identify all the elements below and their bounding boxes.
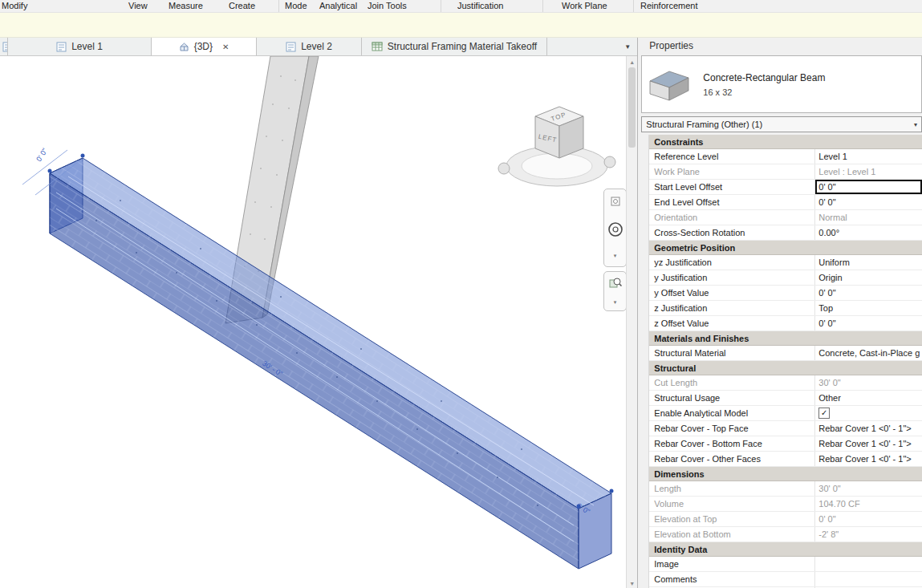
tab-list-dropdown-icon[interactable]: ▼ [621, 38, 634, 55]
property-grid: Constraints Reference Level Level 1 Work… [648, 135, 922, 588]
drawing-area[interactable]: 0' 0" 30' - 0" 0' 0" TOP LE [0, 56, 637, 588]
start-offset-edit-field[interactable]: 0' 0" [815, 180, 922, 194]
tab-label: {3D} [194, 41, 213, 52]
ribbon-panel-join-tools[interactable]: Join Tools [368, 1, 407, 10]
ribbon-bar: Modify View Measure Create Mode Analytic… [0, 0, 922, 13]
type-name: Concrete-Rectangular Beam [703, 72, 825, 83]
zoom-region-icon[interactable] [609, 277, 622, 290]
group-header-dimensions[interactable]: Dimensions [649, 467, 922, 481]
ribbon-panel-reinforcement[interactable]: Reinforcement [640, 1, 698, 10]
scroll-down-icon[interactable]: ▼ [627, 578, 637, 588]
viewcube[interactable]: TOP LEFT [498, 107, 615, 186]
schedule-table-icon [372, 42, 383, 51]
zoom-dropdown-icon[interactable]: ▾ [614, 299, 617, 306]
property-row: z Offset Value 0' 0" [649, 316, 922, 331]
property-row: Orientation Normal [649, 210, 922, 225]
ribbon-separator [278, 0, 279, 12]
ribbon-panel-work-plane[interactable]: Work Plane [562, 1, 607, 10]
property-row: Start Level Offset 0' 0" [649, 180, 922, 195]
property-row: Elevation at Top 0' 0" [649, 512, 922, 527]
tab-label: Level 1 [71, 41, 103, 52]
property-row: Enable Analytical Model ✓ [649, 406, 922, 421]
ribbon-panel-mode[interactable]: Mode [285, 1, 307, 10]
ribbon-panel-create[interactable]: Create [229, 1, 255, 10]
tab-level-1[interactable]: Level 1 [8, 38, 152, 55]
type-size: 16 x 32 [703, 87, 825, 97]
view-icon-fragment [0, 42, 7, 52]
zoom-tool-panel: ▾ [603, 271, 627, 311]
property-row: Structural Material Concrete, Cast-in-Pl… [649, 346, 922, 361]
group-header-materials[interactable]: Materials and Finishes [649, 331, 922, 346]
wheel-dropdown-icon[interactable]: ▾ [614, 253, 617, 259]
beam-type-thumbnail [645, 62, 695, 107]
tab-3d-view[interactable]: {3D} ✕ [152, 38, 257, 55]
canvas-vertical-scrollbar[interactable]: ▲ ▼ [626, 56, 637, 588]
start-offset-dimension[interactable]: 0' 0" [35, 147, 49, 163]
ribbon-separator [441, 0, 441, 12]
property-row: Reference Level Level 1 [649, 149, 922, 164]
property-row: Volume 104.70 CF [649, 497, 922, 512]
property-row: Rebar Cover - Bottom Face Rebar Cover 1 … [649, 436, 922, 452]
navigation-bar: ▾ [603, 189, 627, 267]
ribbon-panel-view[interactable]: View [128, 1, 148, 10]
tab-material-takeoff[interactable]: Structural Framing Material Takeoff [362, 38, 547, 55]
property-row: Comments [649, 572, 922, 587]
group-header-structural[interactable]: Structural [649, 361, 922, 375]
steering-wheel-icon[interactable] [607, 221, 623, 237]
chevron-down-icon: ▾ [914, 121, 917, 128]
checkbox-checked-icon[interactable]: ✓ [818, 408, 830, 419]
property-row: y Justification Origin [649, 270, 922, 286]
ribbon-panel-measure[interactable]: Measure [169, 1, 203, 10]
viewcube-roll-left[interactable] [498, 163, 510, 174]
group-header-geometric-position[interactable]: Geometric Position [649, 241, 922, 255]
partial-view-tab[interactable] [0, 38, 8, 55]
property-row: yz Justification Uniform [649, 255, 922, 270]
group-header-constraints[interactable]: Constraints [649, 135, 922, 149]
property-row: y Offset Value 0' 0" [649, 286, 922, 301]
ribbon-panel-justification[interactable]: Justification [457, 1, 503, 10]
3d-scene: 0' 0" 30' - 0" 0' 0" TOP LE [0, 56, 628, 588]
property-row: Elevation at Bottom -2' 8" [649, 527, 922, 542]
property-row: Length 30' 0" [649, 481, 922, 497]
property-row: Cut Length 30' 0" [649, 375, 922, 391]
contextual-ribbon-strip [0, 13, 922, 38]
property-row: End Level Offset 0' 0" [649, 195, 922, 210]
selection-filter-dropdown[interactable]: Structural Framing (Other) (1) ▾ [641, 116, 922, 132]
ribbon-panel-analytical[interactable]: Analytical [319, 1, 357, 10]
type-selector[interactable]: Concrete-Rectangular Beam 16 x 32 [641, 55, 922, 113]
selection-filter-label: Structural Framing (Other) (1) [646, 120, 762, 129]
tab-label: Structural Framing Material Takeoff [388, 41, 537, 52]
selected-concrete-beam[interactable] [48, 154, 614, 570]
view-tab-bar: Level 1 {3D} ✕ Level 2 [0, 38, 637, 56]
scrollbar-thumb[interactable] [628, 67, 636, 148]
property-row: Cross-Section Rotation 0.00° [649, 225, 922, 241]
revit-window: Modify View Measure Create Mode Analytic… [0, 0, 922, 588]
property-row: Image [649, 557, 922, 572]
ribbon-separator [633, 0, 634, 12]
property-row: Rebar Cover - Other Faces Rebar Cover 1 … [649, 452, 922, 467]
group-header-identity-data[interactable]: Identity Data [649, 542, 922, 557]
property-row: Rebar Cover - Top Face Rebar Cover 1 <0'… [649, 421, 922, 436]
floor-plan-icon [56, 42, 67, 52]
property-row: z Justification Top [649, 301, 922, 316]
property-row: Work Plane Level : Level 1 [649, 164, 922, 180]
floor-plan-icon [286, 42, 296, 52]
close-tab-icon[interactable]: ✕ [222, 43, 229, 51]
ribbon-separator [542, 0, 543, 12]
properties-title: Properties [638, 38, 922, 54]
scroll-up-icon[interactable]: ▲ [627, 56, 637, 67]
3d-view-icon [179, 42, 189, 52]
tab-label: Level 2 [301, 41, 332, 52]
property-row: Structural Usage Other [649, 391, 922, 406]
viewcube-roll-right[interactable] [604, 156, 615, 168]
tab-level-2[interactable]: Level 2 [257, 38, 362, 55]
properties-palette: Properties Concrete-Rectangular Beam 16 … [637, 38, 922, 588]
ribbon-tab-modify[interactable]: Modify [2, 1, 27, 10]
pan-icon[interactable] [611, 197, 620, 206]
